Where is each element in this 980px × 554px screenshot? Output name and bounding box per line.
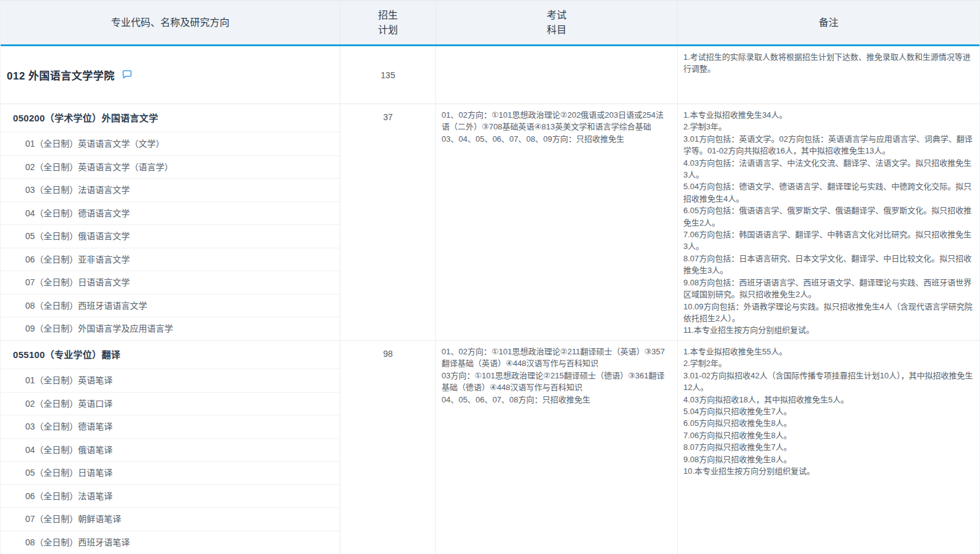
direction-row: 07（全日制）朝鲜语笔译 (1, 507, 340, 531)
direction-row: 05（全日制）日语笔译 (1, 461, 340, 484)
section-title: 050200（学术学位）外国语言文学 (1, 104, 340, 132)
section-plan-value: 37 (340, 104, 435, 340)
header-exam-column: 考试 科目 (435, 1, 677, 44)
header-remark-column: 备注 (677, 1, 979, 44)
direction-row: 04（全日制）德语语言文学 (1, 202, 340, 225)
direction-row: 01（全日制）英语笔译 (1, 369, 340, 392)
college-cell: 012 外国语言文学学院 (1, 46, 340, 104)
section-050200: 050200（学术学位）外国语言文学 01（全日制）英语语言文学（文学）02（全… (1, 104, 979, 341)
college-title: 012 外国语言文学学院 (7, 67, 115, 83)
direction-row: 06（全日制）法语笔译 (1, 484, 340, 508)
section-title: 055100（专业学位）翻译 (1, 341, 340, 369)
section-remarks: 1.本专业拟招收推免生34人。 2.学制3年。 3.01方向包括：英语文学。02… (677, 104, 979, 340)
college-remark: 1.考试招生的实际录取人数将根据招生计划下达数、推免录取人数和生源情况等进行调整… (677, 46, 979, 104)
college-row: 012 外国语言文学学院 135 1.考试招生的实际录取人数将根据招生计划下达数… (1, 46, 979, 104)
direction-row: 02（全日制）英语口译 (1, 392, 340, 415)
direction-row: 03（全日制）法语语言文学 (1, 178, 340, 202)
direction-row: 03（全日制）德语笔译 (1, 415, 340, 438)
college-exam-cell (435, 46, 677, 104)
direction-row: 09（全日制）外国语言学及应用语言学 (1, 317, 340, 340)
section-055100-majors: 055100（专业学位）翻译 01（全日制）英语笔译02（全日制）英语口译03（… (1, 341, 340, 554)
direction-row: 08（全日制）西班牙语语言文学 (1, 294, 340, 317)
direction-row: 04（全日制）俄语笔译 (1, 438, 340, 462)
section-exam-subjects: 01、02方向：①101思想政治理论②211翻译硕士（英语）③357翻译基础（英… (435, 341, 677, 554)
direction-row: 07（全日制）日语语言文学 (1, 271, 340, 294)
direction-list: 01（全日制）英语笔译02（全日制）英语口译03（全日制）德语笔译04（全日制）… (1, 369, 340, 553)
admissions-table: 专业代码、名称及研究方向 招生 计划 考试 科目 备注 012 外国语言文学学院… (0, 0, 980, 554)
section-plan-value: 98 (340, 341, 435, 554)
header-plan-column: 招生 计划 (340, 1, 435, 44)
section-exam-subjects: 01、02方向：①101思想政治理论②202俄语或203日语或254法语（二外）… (435, 104, 677, 340)
direction-list: 01（全日制）英语语言文学（文学）02（全日制）英语语言文学（语言学）03（全日… (1, 132, 340, 340)
direction-row: 08（全日制）西班牙语笔译 (1, 531, 340, 554)
header-major-column: 专业代码、名称及研究方向 (1, 1, 340, 44)
comment-bubble-icon[interactable] (122, 69, 133, 79)
direction-row: 06（全日制）亚非语言文学 (1, 248, 340, 271)
direction-row: 01（全日制）英语语言文学（文学） (1, 132, 340, 155)
direction-row: 02（全日制）英语语言文学（语言学） (1, 155, 340, 179)
section-055100: 055100（专业学位）翻译 01（全日制）英语笔译02（全日制）英语口译03（… (1, 341, 979, 554)
table-header-row: 专业代码、名称及研究方向 招生 计划 考试 科目 备注 (1, 1, 979, 46)
section-remarks: 1.本专业拟招收推免生55人。 2.学制2年。 3.01-02方向拟招收42人（… (677, 341, 979, 554)
direction-row: 05（全日制）俄语语言文学 (1, 224, 340, 248)
section-050200-majors: 050200（学术学位）外国语言文学 01（全日制）英语语言文学（文学）02（全… (1, 104, 340, 340)
college-plan-value: 135 (340, 46, 435, 104)
